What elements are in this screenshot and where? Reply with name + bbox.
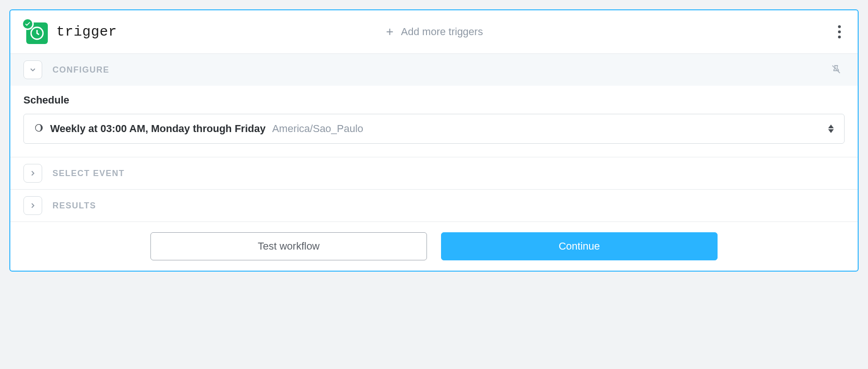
svg-marker-4	[828, 129, 834, 133]
schedule-value: Weekly at 03:00 AM, Monday through Frida…	[50, 123, 266, 135]
results-label: Results	[52, 201, 96, 211]
trigger-step-card: trigger Add more triggers Configure Sche…	[9, 9, 859, 272]
schedule-timezone: America/Sao_Paulo	[272, 123, 363, 135]
trigger-icon	[23, 20, 48, 44]
continue-button[interactable]: Continue	[441, 232, 718, 260]
add-more-triggers-button[interactable]: Add more triggers	[385, 26, 483, 38]
more-options-button[interactable]	[834, 22, 845, 42]
chevron-down-icon	[29, 66, 37, 74]
pin-off-icon	[831, 64, 842, 75]
results-toggle[interactable]	[23, 196, 42, 215]
configure-label: Configure	[52, 65, 110, 75]
test-workflow-button[interactable]: Test workflow	[150, 232, 427, 260]
step-title: trigger	[56, 24, 117, 40]
schedule-field-label: Schedule	[23, 94, 845, 106]
card-header: trigger Add more triggers	[10, 10, 858, 53]
configure-section-header[interactable]: Configure	[10, 53, 858, 86]
card-footer: Test workflow Continue	[10, 221, 858, 271]
moon-icon	[34, 123, 44, 134]
chevron-right-icon	[29, 169, 37, 177]
select-event-section-header[interactable]: Select Event	[10, 157, 858, 189]
unpin-button[interactable]	[828, 61, 845, 79]
svg-line-1	[832, 66, 840, 73]
schedule-select[interactable]: Weekly at 03:00 AM, Monday through Frida…	[23, 114, 845, 144]
check-badge-icon	[22, 18, 34, 30]
configure-toggle[interactable]	[23, 60, 42, 79]
results-section-header[interactable]: Results	[10, 189, 858, 221]
select-arrows-icon	[828, 125, 834, 133]
select-event-label: Select Event	[52, 169, 125, 178]
chevron-right-icon	[29, 201, 37, 210]
svg-marker-3	[828, 125, 834, 128]
configure-body: Schedule Weekly at 03:00 AM, Monday thro…	[10, 86, 858, 157]
select-event-toggle[interactable]	[23, 164, 42, 183]
add-more-label: Add more triggers	[401, 26, 483, 38]
plus-icon	[385, 27, 395, 37]
